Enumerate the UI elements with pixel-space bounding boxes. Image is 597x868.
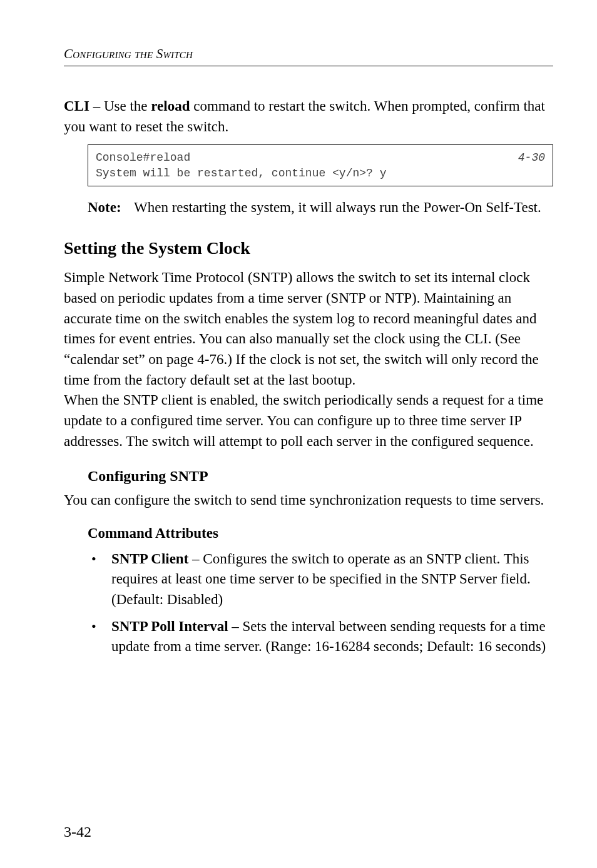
- section-para-2: When the SNTP client is enabled, the swi…: [64, 390, 553, 452]
- cli-paragraph: CLI – Use the reload command to restart …: [64, 96, 553, 137]
- cli-label: CLI: [64, 98, 89, 114]
- note-text: When restarting the system, it will alwa…: [134, 198, 553, 218]
- code-line-2: System will be restarted, continue <y/n>…: [96, 166, 545, 181]
- code-line-1: Console#reload: [96, 150, 545, 165]
- section-para-1: Simple Network Time Protocol (SNTP) allo…: [64, 268, 553, 390]
- heading-setting-system-clock: Setting the System Clock: [64, 236, 553, 261]
- body: CLI – Use the reload command to restart …: [64, 96, 553, 657]
- running-head-text: Configuring the Switch: [64, 46, 193, 61]
- section-para-3: You can configure the switch to send tim…: [64, 490, 553, 511]
- heading-command-attributes: Command Attributes: [88, 523, 553, 544]
- heading-configuring-sntp: Configuring SNTP: [88, 465, 553, 487]
- code-block: 4-30 Console#reload System will be resta…: [88, 144, 553, 186]
- reload-word: reload: [151, 98, 190, 114]
- list-item: SNTP Poll Interval – Sets the interval b…: [88, 617, 553, 657]
- note-label: Note:: [88, 198, 134, 218]
- header-rule: [64, 66, 553, 66]
- cli-text-1: – Use the: [89, 98, 151, 114]
- bullet-term: SNTP Client: [111, 551, 188, 567]
- note: Note: When restarting the system, it wil…: [88, 198, 553, 218]
- list-item: SNTP Client – Configures the switch to o…: [88, 549, 553, 610]
- page-number: 3-42: [64, 824, 91, 840]
- bullet-term: SNTP Poll Interval: [111, 618, 228, 634]
- page: Configuring the Switch CLI – Use the rel…: [0, 0, 597, 868]
- running-head: Configuring the Switch: [64, 46, 553, 62]
- bullet-list: SNTP Client – Configures the switch to o…: [88, 549, 553, 657]
- code-ref: 4-30: [518, 150, 545, 165]
